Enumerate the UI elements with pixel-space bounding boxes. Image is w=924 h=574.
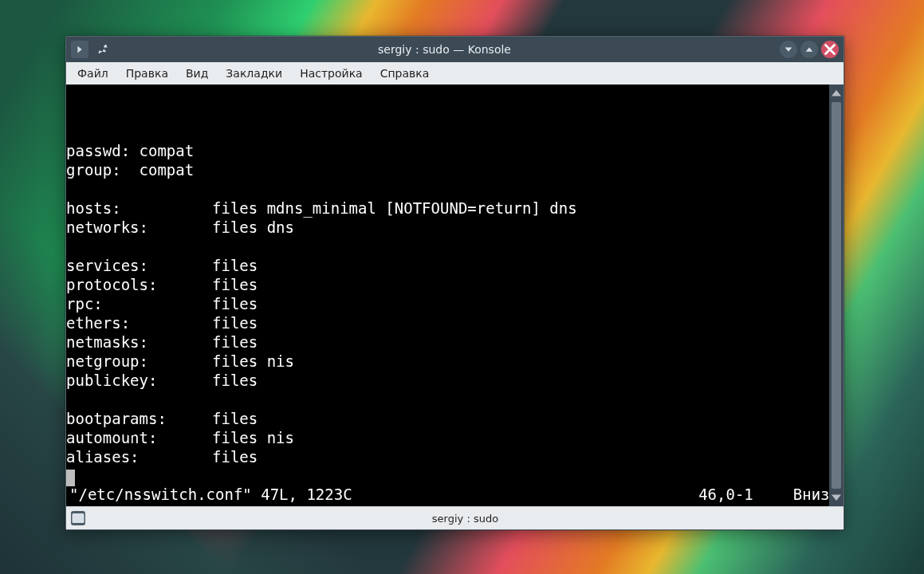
tab-strip: sergiy : sudo xyxy=(66,506,843,529)
konsole-window: sergiy : sudo — Konsole Файл Правка Вид … xyxy=(65,36,844,530)
scroll-up[interactable] xyxy=(829,85,843,100)
vi-spacer xyxy=(352,486,699,503)
pin-icon xyxy=(93,41,109,57)
menu-settings[interactable]: Настройка xyxy=(292,65,371,82)
vi-filename: "/etc/nsswitch.conf" 47L, 1223C xyxy=(69,486,352,503)
close-icon xyxy=(821,41,839,58)
svg-rect-0 xyxy=(73,513,85,523)
terminal-area[interactable]: passwd: compat group: compat hosts: file… xyxy=(66,85,843,506)
chevron-up-icon xyxy=(804,44,815,55)
rect-icon xyxy=(71,511,85,525)
menu-help[interactable]: Справка xyxy=(372,65,438,82)
pin-button[interactable] xyxy=(93,41,109,57)
vi-status-line: "/etc/nsswitch.conf" 47L, 1223C 46,0-1 В… xyxy=(66,486,843,503)
menu-bookmarks[interactable]: Закладки xyxy=(218,65,290,82)
close-button[interactable] xyxy=(821,41,839,58)
menu-view[interactable]: Вид xyxy=(178,65,216,82)
minimize-button[interactable] xyxy=(780,41,797,58)
app-menu-button[interactable] xyxy=(71,41,88,58)
window-title: sergiy : sudo — Konsole xyxy=(109,43,780,56)
text-cursor xyxy=(130,435,132,451)
triangle-up-icon xyxy=(829,85,843,100)
menu-file[interactable]: Файл xyxy=(69,65,116,82)
menubar: Файл Правка Вид Закладки Настройка Справ… xyxy=(66,62,843,85)
maximize-button[interactable] xyxy=(800,41,818,58)
chevron-right-icon xyxy=(74,44,85,55)
new-tab-button[interactable] xyxy=(71,511,85,525)
chevron-down-icon xyxy=(783,44,794,55)
menu-edit[interactable]: Правка xyxy=(118,65,176,82)
triangle-down-icon xyxy=(829,491,843,505)
scrollbar[interactable] xyxy=(829,85,843,506)
vi-position: 46,0-1 xyxy=(698,486,793,503)
scroll-thumb[interactable] xyxy=(832,102,841,489)
tab-label[interactable]: sergiy : sudo xyxy=(92,513,839,525)
titlebar[interactable]: sergiy : sudo — Konsole xyxy=(66,37,843,62)
terminal-output[interactable]: passwd: compat group: compat hosts: file… xyxy=(66,100,829,491)
desktop-background: sergiy : sudo — Konsole Файл Правка Вид … xyxy=(0,0,924,574)
scroll-down[interactable] xyxy=(829,490,843,506)
